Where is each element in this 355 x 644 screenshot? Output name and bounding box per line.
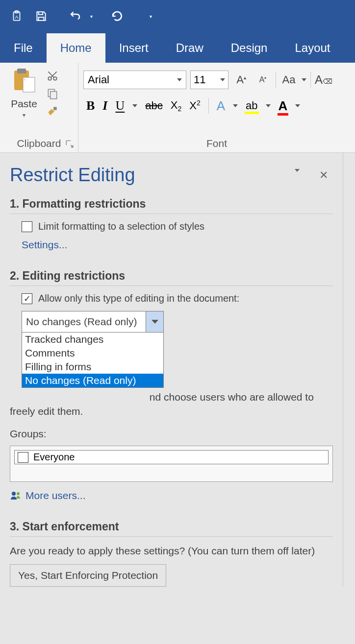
svg-rect-9 [51,92,57,99]
everyone-label: Everyone [33,452,75,463]
paste-dropdown-icon[interactable]: ▾ [23,112,25,119]
tab-design[interactable]: Design [217,33,281,63]
clipboard-launcher-icon[interactable] [65,140,74,148]
dropdown-toggle-button[interactable] [146,311,163,332]
superscript-button[interactable]: X2 [189,99,200,112]
divider [310,72,311,88]
underline-button[interactable]: U [115,98,125,113]
paste-icon[interactable] [10,67,38,94]
close-icon[interactable]: ✕ [319,169,328,182]
format-painter-icon[interactable] [45,104,60,119]
restrict-editing-pane: Restrict Editing ✕ 1. Formatting restric… [0,153,343,587]
subscript-button[interactable]: X2 [171,99,181,113]
font-group-label: Font [78,136,355,152]
chevron-down-icon[interactable] [132,104,137,107]
text-effects-button[interactable]: A [217,98,225,114]
editing-type-dropdown-list: Tracked changes Comments Filling in form… [22,333,164,388]
tab-home[interactable]: Home [47,33,105,63]
dropdown-option-tracked-changes[interactable]: Tracked changes [22,333,163,346]
qat-customize-icon[interactable]: ▾ [141,14,153,19]
italic-button[interactable]: I [102,98,107,113]
allow-editing-checkbox[interactable] [22,293,32,304]
quick-access-toolbar: A ▾ ▾ [0,0,355,32]
section-enforcement-heading: 3. Start enforcement [10,520,333,537]
dropdown-option-filling-forms[interactable]: Filling in forms [22,360,163,374]
start-enforcing-button[interactable]: Yes, Start Enforcing Protection [10,564,166,587]
ribbon-group-font: Arial 11 A▴ A▾ Aa A⌫ B I U abc X2 [78,63,355,152]
chevron-down-icon[interactable] [266,104,271,107]
enforcement-prompt: Are you ready to apply these settings? (… [10,544,333,558]
dropdown-option-no-changes[interactable]: No changes (Read only) [22,374,163,387]
chevron-down-icon[interactable] [295,104,300,107]
qat-clipboard-icon[interactable]: A [6,5,27,27]
save-icon[interactable] [30,5,52,27]
clear-formatting-icon[interactable]: A⌫ [315,73,332,87]
paste-button[interactable]: Paste [11,98,37,110]
exceptions-text: Select parts of the document and choose … [10,390,333,419]
font-name-input[interactable]: Arial [83,71,186,89]
pane-title: Restrict Editing [10,165,135,186]
undo-icon[interactable] [65,5,86,27]
limit-formatting-checkbox[interactable] [22,221,32,232]
font-color-button[interactable]: A [279,98,288,114]
settings-link[interactable]: Settings... [22,239,333,251]
group-everyone-row[interactable]: Everyone [14,450,329,464]
ribbon-group-clipboard: Paste ▾ [0,63,78,152]
dropdown-value: No changes (Read only) [22,316,141,328]
tab-draw[interactable]: Draw [162,33,217,63]
tab-insert[interactable]: Insert [105,33,162,63]
groups-box: Everyone [10,446,333,482]
everyone-checkbox[interactable] [18,452,28,463]
chevron-down-icon[interactable] [220,78,225,81]
clipboard-group-label: Clipboard [0,136,78,152]
highlight-button[interactable]: ab [246,99,257,112]
users-icon [10,491,22,501]
editing-type-dropdown[interactable]: No changes (Read only) [22,311,164,333]
tab-file[interactable]: File [0,33,47,63]
cut-icon[interactable] [45,69,60,83]
allow-editing-label: Allow only this type of editing in the d… [38,293,239,304]
undo-dropdown-icon[interactable]: ▾ [89,14,94,19]
chevron-down-icon [152,320,158,324]
ribbon: Paste ▾ [0,63,355,153]
change-case-icon[interactable]: Aa [280,73,298,86]
redo-icon[interactable] [106,5,128,27]
section-formatting-heading: 1. Formatting restrictions [10,197,333,214]
dropdown-option-comments[interactable]: Comments [22,346,163,360]
ribbon-tabs: File Home Insert Draw Design Layout [0,32,355,63]
svg-rect-4 [17,69,26,73]
shrink-font-icon[interactable]: A▾ [254,75,272,84]
strikethrough-button[interactable]: abc [145,99,162,112]
grow-font-icon[interactable]: A▴ [232,73,250,86]
divider [276,72,276,88]
more-users-link[interactable]: More users... [10,490,333,501]
section-editing-heading: 2. Editing restrictions [10,269,333,286]
svg-point-11 [12,492,16,496]
svg-rect-10 [53,107,57,110]
font-size-input[interactable]: 11 [190,71,228,89]
svg-point-12 [17,492,20,495]
svg-text:A: A [15,14,19,20]
groups-label: Groups: [10,427,333,441]
chevron-down-icon[interactable] [302,78,306,81]
divider [208,98,209,114]
chevron-down-icon[interactable] [233,104,238,107]
copy-icon[interactable] [45,86,60,101]
limit-formatting-label: Limit formatting to a selection of style… [38,221,204,232]
chevron-down-icon[interactable] [177,78,182,81]
tab-layout[interactable]: Layout [281,33,344,63]
pane-options-icon[interactable] [295,169,300,172]
bold-button[interactable]: B [86,98,95,113]
